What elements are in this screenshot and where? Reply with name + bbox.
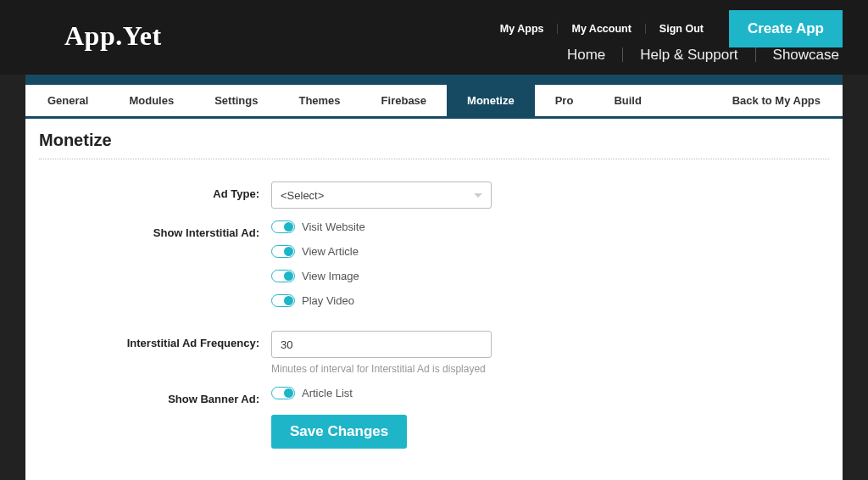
nav-sign-out[interactable]: Sign Out (646, 24, 717, 35)
toggle-view-article[interactable] (271, 245, 295, 258)
toggle-knob-icon (284, 271, 293, 281)
nav-help-support[interactable]: Help & Support (623, 47, 755, 62)
toggle-visit-website[interactable] (271, 220, 295, 233)
row-show-banner: Show Banner Ad: Article List Save Change… (39, 387, 829, 449)
toggle-knob-icon (284, 296, 293, 305)
label-show-interstitial: Show Interstitial Ad: (39, 220, 271, 239)
tab-monetize[interactable]: Monetize (447, 85, 535, 116)
tab-pro[interactable]: Pro (535, 85, 594, 116)
ad-type-select[interactable]: <Select> (271, 181, 492, 209)
page-body: Monetize Ad Type: <Select> Show Intersti… (25, 119, 843, 472)
tab-firebase[interactable]: Firebase (361, 85, 447, 116)
toggle-label-play-video: Play Video (302, 294, 354, 307)
tab-spacer (662, 85, 712, 116)
row-frequency: Interstitial Ad Frequency: Minutes of in… (39, 331, 829, 375)
tab-modules[interactable]: Modules (108, 85, 194, 116)
nav-my-apps[interactable]: My Apps (487, 24, 559, 35)
nav-my-account[interactable]: My Account (558, 24, 645, 35)
tab-settings[interactable]: Settings (194, 85, 278, 116)
frequency-input[interactable] (271, 331, 492, 358)
toggle-view-image[interactable] (271, 270, 295, 282)
toggle-knob-icon (284, 388, 293, 398)
top-bar: App.Yet My Apps My Account Sign Out Crea… (0, 0, 868, 75)
frequency-helper: Minutes of interval for Interstitial Ad … (271, 363, 829, 375)
label-frequency: Interstitial Ad Frequency: (39, 331, 271, 349)
tabs: General Modules Settings Themes Firebase… (25, 85, 843, 119)
label-show-banner: Show Banner Ad: (39, 387, 271, 405)
main-nav: Home Help & Support Showcase (550, 47, 843, 62)
label-ad-type: Ad Type: (39, 181, 271, 200)
nav-home[interactable]: Home (550, 47, 623, 62)
page-title: Monetize (39, 131, 829, 159)
logo[interactable]: App.Yet (64, 20, 162, 52)
create-app-button[interactable]: Create App (729, 10, 843, 47)
tab-themes[interactable]: Themes (278, 85, 360, 116)
tab-back-to-my-apps[interactable]: Back to My Apps (712, 85, 841, 116)
toggle-article-list[interactable] (271, 387, 295, 399)
toggle-knob-icon (284, 247, 293, 256)
toggle-knob-icon (284, 222, 293, 232)
tab-build[interactable]: Build (593, 85, 662, 116)
row-show-interstitial: Show Interstitial Ad: Visit Website View… (39, 220, 829, 319)
toggle-label-visit-website: Visit Website (302, 220, 365, 233)
row-ad-type: Ad Type: <Select> (39, 181, 829, 209)
top-links: My Apps My Account Sign Out Create App (487, 10, 843, 47)
toggle-label-view-article: View Article (302, 245, 359, 258)
chevron-down-icon (474, 193, 482, 198)
nav-showcase[interactable]: Showcase (756, 47, 843, 62)
tab-general[interactable]: General (27, 85, 108, 116)
content: General Modules Settings Themes Firebase… (25, 85, 843, 480)
save-changes-button[interactable]: Save Changes (271, 415, 407, 449)
toggle-label-view-image: View Image (302, 270, 359, 282)
sub-bar (25, 75, 843, 85)
toggle-label-article-list: Article List (302, 387, 353, 399)
ad-type-value: <Select> (281, 189, 324, 202)
toggle-play-video[interactable] (271, 294, 295, 307)
